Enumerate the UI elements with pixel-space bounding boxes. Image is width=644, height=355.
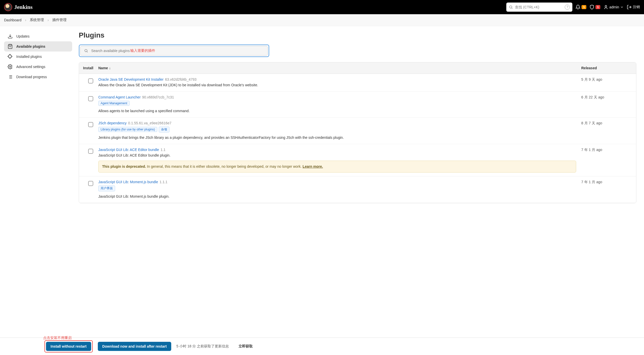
plugin-search-input[interactable] xyxy=(91,49,264,53)
plugin-released: 7 年 1 月 ago xyxy=(581,148,632,173)
svg-point-2 xyxy=(605,5,607,7)
sidebar: Updates Available plugins Installed plug… xyxy=(0,26,76,229)
sort-icon: ↓ xyxy=(109,66,111,70)
plugin-version: 90.v669d7ccb_7c31 xyxy=(142,95,174,99)
plugin-released: 5 月 9 天 ago xyxy=(581,77,632,88)
plugin-version: 0.1.55.61.va_e9ee26616e7 xyxy=(128,121,171,125)
plugin-tags: Agent Management xyxy=(98,99,576,107)
plugin-released: 7 年 1 月 ago xyxy=(581,180,632,199)
breadcrumb-item[interactable]: Dashboard xyxy=(4,18,22,22)
gear-icon xyxy=(8,64,13,69)
th-name[interactable]: Name ↓ xyxy=(98,66,581,70)
install-checkbox[interactable] xyxy=(88,181,93,186)
plugin-tag[interactable]: Library plugins (for use by other plugin… xyxy=(98,127,157,132)
plugin-description: JavaScript GUI Lib: ACE Editor bundle pl… xyxy=(98,153,576,158)
plugin-name-link[interactable]: JavaScript GUI Lib: Moment.js bundle xyxy=(98,180,158,184)
bag-icon xyxy=(8,44,13,49)
shield-badge: 1 xyxy=(595,5,600,9)
logout-link[interactable]: 注销 xyxy=(627,5,640,10)
plugin-version: 1.1 xyxy=(161,148,165,152)
list-icon xyxy=(8,74,13,79)
plugin-name-link[interactable]: JSch dependency xyxy=(98,121,127,125)
bell-badge: 1 xyxy=(582,5,586,9)
sidebar-item-label: Download progress xyxy=(16,75,47,79)
sidebar-item-label: Available plugins xyxy=(16,44,45,48)
plugin-table: Install Name ↓ Released Oracle Java SE D… xyxy=(79,62,636,203)
main-layout: Updates Available plugins Installed plug… xyxy=(0,26,644,229)
plugin-name-link[interactable]: Command Agent Launcher xyxy=(98,95,141,99)
sidebar-item-label: Installed plugins xyxy=(16,55,42,59)
svg-point-0 xyxy=(510,6,512,8)
svg-line-14 xyxy=(87,52,88,52)
logout-label: 注销 xyxy=(633,5,640,9)
th-released[interactable]: Released xyxy=(581,66,632,70)
table-row: JavaScript GUI Lib: Moment.js bundle1.1.… xyxy=(79,176,636,203)
table-row: JSch dependency0.1.55.61.va_e9ee26616e7 … xyxy=(79,117,636,144)
user-name: admin xyxy=(609,5,619,9)
breadcrumb-item[interactable]: 插件管理 xyxy=(52,18,67,22)
sidebar-item-label: Updates xyxy=(16,34,29,38)
install-checkbox[interactable] xyxy=(88,78,93,83)
table-header: Install Name ↓ Released xyxy=(79,62,636,74)
plugin-description: Allows agents to be launched using a spe… xyxy=(98,108,576,114)
plugin-name-link[interactable]: Oracle Java SE Development Kit Installer xyxy=(98,77,164,81)
global-search[interactable]: ? xyxy=(506,3,572,12)
plugin-released: 6 月 22 天 ago xyxy=(581,95,632,114)
chevron-down-icon xyxy=(620,5,624,9)
plugin-tag[interactable]: 用户界面 xyxy=(98,185,115,191)
chevron-right-icon: › xyxy=(25,18,26,22)
breadcrumb: Dashboard › 系统管理 › 插件管理 xyxy=(0,14,644,26)
sidebar-item-advanced[interactable]: Advanced settings xyxy=(4,62,72,72)
search-icon xyxy=(509,5,513,9)
svg-point-6 xyxy=(10,66,11,67)
plugin-description: Allows the Oracle Java SE Development Ki… xyxy=(98,82,576,88)
th-install: Install xyxy=(83,66,98,70)
plugin-search-wrap: 输入需要的插件 xyxy=(79,44,269,57)
sidebar-item-installed[interactable]: Installed plugins xyxy=(4,52,72,62)
plugin-description: JavaScript GUI Lib: Moment.js bundle plu… xyxy=(98,194,576,199)
puzzle-icon xyxy=(8,54,13,59)
plugin-version: 1.1.1 xyxy=(160,180,167,184)
help-icon[interactable]: ? xyxy=(565,5,570,10)
jenkins-icon xyxy=(4,3,12,11)
page-title: Plugins xyxy=(79,31,636,39)
svg-point-13 xyxy=(85,49,87,52)
install-checkbox[interactable] xyxy=(88,149,93,154)
bell-icon xyxy=(575,5,580,10)
table-row: Command Agent Launcher90.v669d7ccb_7c31 … xyxy=(79,92,636,117)
install-checkbox[interactable] xyxy=(88,122,93,127)
install-checkbox[interactable] xyxy=(88,96,93,101)
logout-icon xyxy=(627,5,632,10)
plugin-released: 8 月 7 天 ago xyxy=(581,121,632,140)
plugin-tag[interactable]: 杂项 xyxy=(159,127,169,132)
user-icon xyxy=(603,5,608,10)
deprecation-warning: This plugin is deprecated. In general, t… xyxy=(98,161,576,173)
sidebar-item-label: Advanced settings xyxy=(16,65,45,69)
table-row: Oracle Java SE Development Kit Installer… xyxy=(79,74,636,92)
sidebar-item-available[interactable]: Available plugins xyxy=(4,41,72,52)
sidebar-item-updates[interactable]: Updates xyxy=(4,31,72,41)
content-area: Plugins 输入需要的插件 Install Name ↓ Released … xyxy=(76,26,644,229)
svg-line-1 xyxy=(512,8,513,9)
search-icon xyxy=(84,49,88,53)
plugin-description: Jenkins plugin that brings the JSch libr… xyxy=(98,135,576,140)
plugin-tags: 用户界面 xyxy=(98,184,576,193)
sidebar-item-progress[interactable]: Download progress xyxy=(4,72,72,82)
brand-logo[interactable]: Jenkins xyxy=(4,3,33,11)
plugin-version: 63.v62d2fd4b_4793 xyxy=(165,77,197,81)
plugin-name-link[interactable]: JavaScript GUI Lib: ACE Editor bundle xyxy=(98,148,159,152)
notifications-bell[interactable]: 1 xyxy=(575,5,586,10)
plugin-search[interactable] xyxy=(80,46,268,56)
plugin-tag[interactable]: Agent Management xyxy=(98,101,130,106)
global-search-input[interactable] xyxy=(515,5,563,9)
shield-icon xyxy=(589,5,594,10)
top-header: Jenkins ? 1 1 admin 注销 xyxy=(0,0,644,14)
notifications-security[interactable]: 1 xyxy=(589,5,600,10)
breadcrumb-item[interactable]: 系统管理 xyxy=(30,18,44,22)
table-row: JavaScript GUI Lib: ACE Editor bundle1.1… xyxy=(79,144,636,176)
learn-more-link[interactable]: Learn more. xyxy=(303,164,323,168)
brand-name: Jenkins xyxy=(14,4,33,10)
user-menu[interactable]: admin xyxy=(603,5,624,10)
chevron-right-icon: › xyxy=(48,18,49,22)
plugin-tags: Library plugins (for use by other plugin… xyxy=(98,125,576,134)
